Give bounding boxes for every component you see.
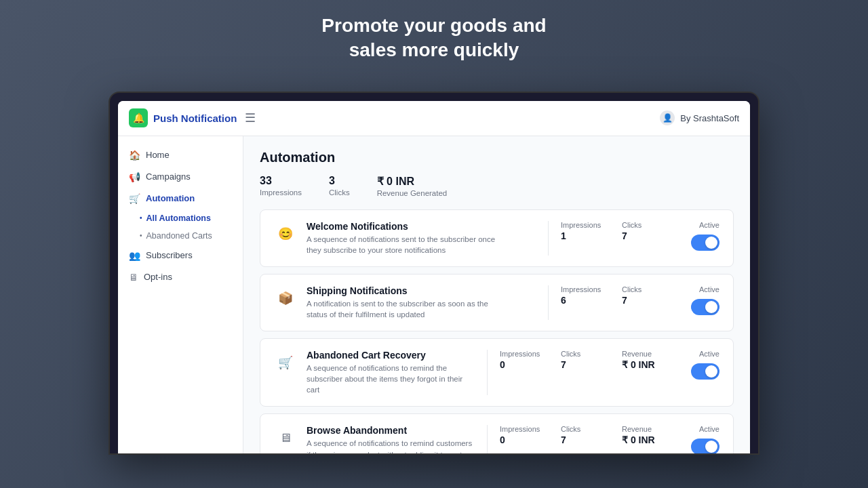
- divider: [548, 285, 549, 320]
- abandoned-cart-title: Abandoned Cart Recovery: [307, 350, 475, 361]
- by-label: By SrashtaSoft: [680, 113, 739, 123]
- stat-revenue: ₹ 0 INR Revenue Generated: [377, 175, 448, 197]
- welcome-title: Welcome Notifications: [307, 221, 536, 232]
- app-logo: 🔔 Push Notification: [129, 108, 237, 127]
- main-layout: 🏠 Home 📢 Campaigns 🛒 Automation All Auto…: [118, 136, 750, 453]
- abandoned-cart-active-section: Active: [672, 350, 719, 380]
- stats-bar: 33 Impressions 3 Clicks ₹ 0 INR Revenue …: [260, 175, 734, 197]
- header-right: 👤 By SrashtaSoft: [660, 110, 739, 125]
- welcome-metrics: Impressions1Clicks7: [561, 221, 663, 241]
- shipping-active-section: Active: [672, 285, 719, 315]
- browse-abandonment-active-section: Active: [672, 425, 719, 453]
- sub-nav-abandoned-carts[interactable]: Abandoned Carts: [118, 227, 243, 245]
- shipping-toggle[interactable]: [691, 299, 719, 315]
- browse-abandonment-title: Browse Abandonment: [307, 425, 475, 436]
- automation-card-abandoned-cart[interactable]: 🛒Abandoned Cart RecoveryA sequence of no…: [260, 338, 734, 407]
- metric-clicks: Clicks7: [561, 425, 601, 445]
- optins-icon: 🖥: [129, 272, 138, 283]
- browse-abandonment-metrics: Impressions0Clicks7Revenue₹ 0 INR: [500, 425, 663, 445]
- metric-clicks: Clicks7: [622, 221, 663, 241]
- subscribers-label: Subscribers: [146, 250, 193, 260]
- shipping-desc: A notification is sent to the subscriber…: [307, 298, 496, 320]
- all-automations-label: All Automations: [146, 214, 211, 223]
- clicks-value: 3: [329, 175, 350, 187]
- welcome-active-section: Active: [672, 221, 719, 251]
- metric-revenue: Revenue₹ 0 INR: [622, 350, 663, 370]
- browse-abandonment-desc: A sequence of notifications to remind cu…: [307, 438, 475, 453]
- browse-abandonment-toggle[interactable]: [691, 439, 719, 453]
- abandoned-cart-toggle[interactable]: [691, 363, 719, 380]
- laptop-frame: 🔔 Push Notification ☰ 👤 By SrashtaSoft 🏠…: [108, 92, 760, 455]
- automation-icon: 🛒: [129, 193, 140, 204]
- impressions-value: 33: [260, 175, 302, 187]
- automation-card-browse-abandonment[interactable]: 🖥Browse AbandonmentA sequence of notific…: [260, 413, 734, 453]
- sidebar: 🏠 Home 📢 Campaigns 🛒 Automation All Auto…: [118, 136, 243, 453]
- abandoned-cart-info: Abandoned Cart RecoveryA sequence of not…: [307, 350, 475, 395]
- hero-title: Promote your goods and sales more quickl…: [321, 14, 546, 63]
- shipping-metrics: Impressions6Clicks7: [561, 285, 663, 306]
- campaigns-icon: 📢: [129, 171, 140, 182]
- shipping-info: Shipping NotificationsA notification is …: [307, 285, 536, 320]
- metric-impressions: Impressions1: [561, 221, 601, 241]
- automation-card-welcome[interactable]: 😊Welcome NotificationsA sequence of noti…: [260, 209, 734, 267]
- automation-card-shipping[interactable]: 📦Shipping NotificationsA notification is…: [260, 274, 734, 331]
- browse-abandonment-icon: 🖥: [274, 426, 297, 449]
- hero-section: Promote your goods and sales more quickl…: [321, 14, 546, 78]
- metric-impressions: Impressions0: [500, 425, 540, 445]
- stat-impressions: 33 Impressions: [260, 175, 302, 197]
- welcome-info: Welcome NotificationsA sequence of notif…: [307, 221, 536, 256]
- active-label: Active: [699, 221, 719, 229]
- logo-icon: 🔔: [129, 108, 148, 127]
- abandoned-cart-metrics: Impressions0Clicks7Revenue₹ 0 INR: [500, 350, 663, 370]
- welcome-desc: A sequence of notifications sent to the …: [307, 234, 496, 256]
- subscribers-icon: 👥: [129, 250, 140, 261]
- metric-impressions: Impressions0: [500, 350, 540, 370]
- stat-clicks: 3 Clicks: [329, 175, 350, 197]
- revenue-value: ₹ 0 INR: [377, 175, 448, 188]
- home-label: Home: [146, 150, 170, 160]
- hamburger-icon[interactable]: ☰: [245, 110, 256, 125]
- metric-impressions: Impressions6: [561, 285, 601, 306]
- metric-clicks: Clicks7: [622, 285, 663, 306]
- divider: [548, 221, 549, 256]
- content-area: Automation 33 Impressions 3 Clicks ₹ 0 I…: [243, 136, 750, 453]
- sidebar-item-home[interactable]: 🏠 Home: [118, 144, 243, 166]
- abandoned-cart-icon: 🛒: [274, 351, 297, 374]
- abandoned-carts-label: Abandoned Carts: [146, 231, 212, 241]
- shipping-icon: 📦: [274, 287, 297, 310]
- impressions-label: Impressions: [260, 188, 302, 197]
- active-label: Active: [699, 285, 719, 293]
- optins-label: Opt-ins: [144, 272, 172, 282]
- metric-clicks: Clicks7: [561, 350, 601, 370]
- page-title: Automation: [260, 150, 734, 165]
- abandoned-cart-desc: A sequence of notifications to remind th…: [307, 363, 475, 395]
- user-avatar-icon: 👤: [660, 110, 675, 125]
- metric-revenue: Revenue₹ 0 INR: [622, 425, 663, 445]
- active-label: Active: [699, 425, 719, 433]
- divider: [487, 350, 488, 395]
- campaigns-label: Campaigns: [146, 171, 191, 182]
- home-icon: 🏠: [129, 150, 140, 161]
- sidebar-item-automation[interactable]: 🛒 Automation: [118, 188, 243, 209]
- welcome-icon: 😊: [274, 222, 297, 245]
- sidebar-item-subscribers[interactable]: 👥 Subscribers: [118, 245, 243, 266]
- laptop-screen: 🔔 Push Notification ☰ 👤 By SrashtaSoft 🏠…: [118, 101, 750, 453]
- sidebar-item-optins[interactable]: 🖥 Opt-ins: [118, 266, 243, 288]
- automation-label: Automation: [146, 193, 195, 203]
- welcome-toggle[interactable]: [691, 235, 719, 251]
- sub-nav: All Automations Abandoned Carts: [118, 209, 243, 245]
- clicks-label: Clicks: [329, 188, 350, 197]
- app-name-label: Push Notification: [153, 113, 237, 124]
- shipping-title: Shipping Notifications: [307, 285, 536, 296]
- sub-nav-all-automations[interactable]: All Automations: [118, 209, 243, 227]
- automation-list: 😊Welcome NotificationsA sequence of noti…: [260, 209, 734, 453]
- divider: [487, 425, 488, 453]
- app-header: 🔔 Push Notification ☰ 👤 By SrashtaSoft: [118, 101, 750, 136]
- sidebar-item-campaigns[interactable]: 📢 Campaigns: [118, 166, 243, 188]
- revenue-label: Revenue Generated: [377, 189, 448, 197]
- active-label: Active: [699, 350, 719, 358]
- browse-abandonment-info: Browse AbandonmentA sequence of notifica…: [307, 425, 475, 453]
